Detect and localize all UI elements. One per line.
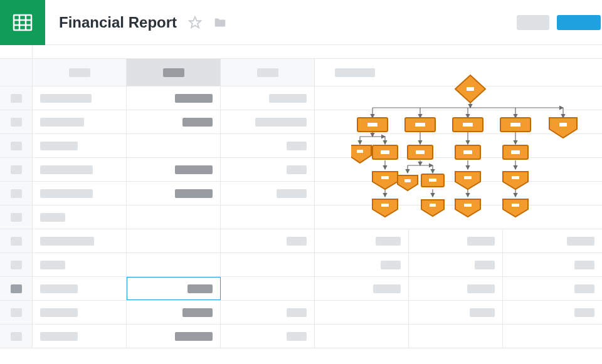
terminal-node — [421, 200, 444, 216]
row-header-3[interactable] — [0, 134, 33, 157]
row-header-4[interactable] — [0, 158, 33, 181]
svg-rect-60 — [512, 204, 519, 207]
cell-B4[interactable] — [127, 158, 221, 181]
terminal-node — [351, 145, 371, 163]
row-header-6[interactable] — [0, 205, 33, 229]
svg-rect-36 — [415, 123, 425, 127]
cell-C3[interactable] — [221, 134, 315, 157]
formula-bar[interactable] — [0, 45, 602, 59]
cell-B8[interactable] — [127, 253, 221, 276]
cell-A9[interactable] — [33, 277, 127, 300]
cell-E10[interactable] — [409, 301, 503, 324]
row-header-2[interactable] — [0, 110, 33, 133]
terminal-node — [398, 175, 418, 190]
cell-F11[interactable] — [503, 325, 602, 348]
cell-E11[interactable] — [409, 325, 503, 348]
svg-rect-56 — [512, 176, 519, 179]
cell-C10[interactable] — [221, 301, 315, 324]
cell-B1[interactable] — [127, 86, 221, 110]
row-header-10[interactable] — [0, 301, 33, 324]
cell-E9[interactable] — [409, 277, 503, 300]
svg-rect-40 — [510, 123, 520, 127]
cell-A1[interactable] — [33, 86, 127, 110]
table-row — [0, 253, 602, 277]
terminal-node — [372, 172, 398, 189]
cell-C5[interactable] — [221, 182, 315, 205]
app-brand-icon[interactable] — [0, 0, 45, 45]
svg-rect-58 — [430, 204, 436, 207]
select-all-corner[interactable] — [0, 59, 33, 86]
column-header-B[interactable] — [127, 59, 221, 86]
cell-B5[interactable] — [127, 182, 221, 205]
cell-B11[interactable] — [127, 325, 221, 348]
name-box[interactable] — [0, 45, 33, 58]
cell-A5[interactable] — [33, 182, 127, 205]
cell-A3[interactable] — [33, 134, 127, 157]
svg-rect-41 — [559, 123, 567, 127]
cell-F7[interactable] — [503, 229, 602, 252]
cell-A7[interactable] — [33, 229, 127, 252]
svg-rect-46 — [416, 150, 425, 154]
cell-D8[interactable] — [315, 253, 409, 276]
process-node — [421, 174, 444, 187]
cell-A6[interactable] — [33, 205, 127, 229]
column-header-A[interactable] — [33, 59, 127, 86]
table-row — [0, 229, 602, 253]
cell-D7[interactable] — [315, 229, 409, 252]
cell-F9[interactable] — [503, 277, 602, 300]
embedded-flowchart[interactable] — [351, 68, 589, 231]
cell-F10[interactable] — [503, 301, 602, 324]
cell-A11[interactable] — [33, 325, 127, 348]
cell-D11[interactable] — [315, 325, 409, 348]
cell-E8[interactable] — [409, 253, 503, 276]
header-bar: Financial Report — [0, 0, 602, 45]
cell-A4[interactable] — [33, 158, 127, 181]
process-node — [453, 118, 483, 132]
process-node — [455, 145, 480, 159]
row-header-9[interactable] — [0, 277, 33, 300]
header-secondary-button[interactable] — [517, 15, 549, 30]
cell-A8[interactable] — [33, 253, 127, 276]
row-header-8[interactable] — [0, 253, 33, 276]
cell-E7[interactable] — [409, 229, 503, 252]
row-header-1[interactable] — [0, 86, 33, 110]
star-outline-icon[interactable] — [188, 16, 202, 29]
svg-rect-50 — [511, 150, 520, 154]
cell-C2[interactable] — [221, 110, 315, 133]
cell-D10[interactable] — [315, 301, 409, 324]
cell-F8[interactable] — [503, 253, 602, 276]
cell-C9[interactable] — [221, 277, 315, 300]
svg-marker-5 — [189, 16, 201, 27]
terminal-node — [503, 199, 528, 217]
svg-rect-38 — [463, 123, 473, 127]
cell-C11[interactable] — [221, 325, 315, 348]
svg-rect-0 — [14, 15, 31, 30]
svg-rect-54 — [429, 179, 436, 182]
terminal-node — [503, 172, 528, 189]
cell-C1[interactable] — [221, 86, 315, 110]
svg-rect-51 — [381, 176, 389, 179]
header-primary-button[interactable] — [557, 15, 601, 30]
process-node — [503, 145, 528, 159]
column-header-C[interactable] — [221, 59, 315, 86]
cell-B3[interactable] — [127, 134, 221, 157]
document-title[interactable]: Financial Report — [59, 14, 177, 31]
cell-A10[interactable] — [33, 301, 127, 324]
cell-B2[interactable] — [127, 110, 221, 133]
row-header-11[interactable] — [0, 325, 33, 348]
row-header-5[interactable] — [0, 182, 33, 205]
folder-icon[interactable] — [213, 16, 227, 29]
cell-B10[interactable] — [127, 301, 221, 324]
svg-rect-44 — [381, 150, 389, 154]
cell-A2[interactable] — [33, 110, 127, 133]
row-header-7[interactable] — [0, 229, 33, 252]
cell-C7[interactable] — [221, 229, 315, 252]
cell-C4[interactable] — [221, 158, 315, 181]
cell-C8[interactable] — [221, 253, 315, 276]
cell-D9[interactable] — [315, 277, 409, 300]
cell-B9[interactable] — [127, 277, 221, 300]
cell-C6[interactable] — [221, 205, 315, 229]
terminal-node — [455, 172, 480, 189]
cell-B6[interactable] — [127, 205, 221, 229]
cell-B7[interactable] — [127, 229, 221, 252]
